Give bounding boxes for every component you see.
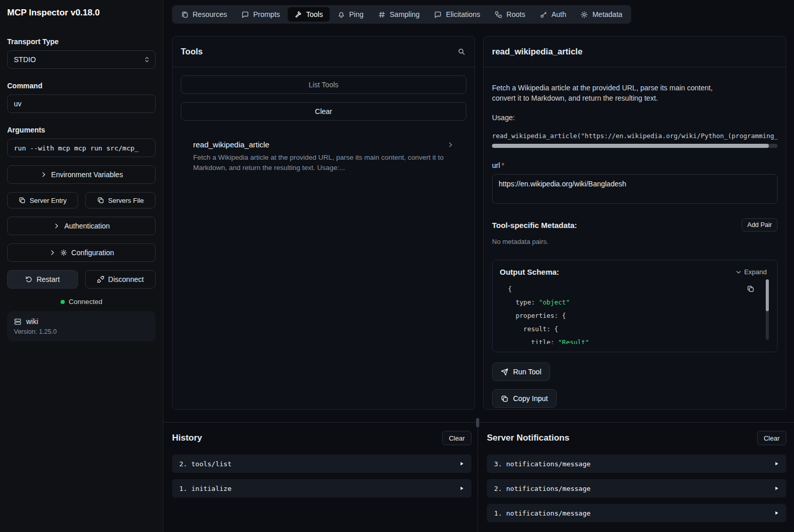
- tab-sampling[interactable]: Sampling: [371, 7, 426, 22]
- expand-schema-button[interactable]: Expand: [732, 268, 770, 276]
- tab-tools[interactable]: Tools: [288, 7, 330, 22]
- notification-item[interactable]: 3. notifications/message: [487, 454, 786, 473]
- code-string: "object": [539, 298, 570, 306]
- play-icon: [774, 486, 779, 491]
- tab-resources[interactable]: Resources: [174, 7, 234, 22]
- horizontal-scrollbar-thumb[interactable]: [492, 144, 769, 148]
- server-entry-label: Server Entry: [30, 197, 67, 204]
- authentication-button[interactable]: Authentication: [7, 217, 156, 235]
- server-icon: [14, 318, 22, 326]
- play-icon: [774, 510, 779, 516]
- schema-code-block: { type: "object" properties: { result: {…: [500, 279, 770, 344]
- notification-item-label: 1. notifications/message: [494, 509, 591, 517]
- restart-button[interactable]: Restart: [7, 270, 78, 289]
- server-entry-button[interactable]: Server Entry: [7, 192, 78, 208]
- server-notifications-panel: Server Notifications Clear 3. notificati…: [478, 423, 794, 532]
- chevron-right-icon: [447, 141, 454, 148]
- environment-variables-label: Environment Variables: [51, 170, 123, 179]
- gear-icon: [580, 11, 588, 18]
- tab-roots[interactable]: Roots: [488, 7, 532, 22]
- tool-detail-panel: read_wikipedia_article Fetch a Wikipedia…: [483, 36, 786, 410]
- url-input[interactable]: https://en.wikipedia.org/wiki/Bangladesh: [492, 174, 778, 204]
- arguments-input[interactable]: [7, 139, 156, 157]
- tab-ping[interactable]: Ping: [331, 7, 370, 22]
- history-item[interactable]: 2. tools/list: [172, 454, 471, 473]
- tab-label: Roots: [506, 10, 525, 18]
- notification-item[interactable]: 2. notifications/message: [487, 479, 786, 498]
- no-metadata-text: No metadata pairs.: [492, 238, 778, 245]
- tab-label: Metadata: [592, 10, 622, 18]
- workflow-icon: [495, 11, 502, 18]
- tab-elicitations[interactable]: Elicitations: [427, 7, 487, 22]
- arguments-label: Arguments: [7, 126, 156, 134]
- run-tool-button[interactable]: Run Tool: [492, 363, 550, 381]
- tool-list-item[interactable]: read_wikipedia_article Fetch a Wikipedia…: [181, 140, 466, 173]
- clear-notifications-button[interactable]: Clear: [757, 431, 786, 445]
- tab-label: Tools: [306, 10, 323, 18]
- tab-label: Auth: [552, 10, 566, 18]
- app-title: MCP Inspector v0.18.0: [7, 8, 156, 18]
- tab-label: Resources: [193, 10, 227, 18]
- configuration-label: Configuration: [71, 249, 114, 257]
- tab-label: Sampling: [390, 10, 420, 18]
- copy-icon: [18, 197, 26, 204]
- disconnect-button[interactable]: Disconnect: [85, 270, 156, 289]
- chevron-down-icon: [735, 269, 742, 275]
- command-input[interactable]: [7, 94, 156, 113]
- search-icon[interactable]: [457, 47, 466, 56]
- message-square-icon: [241, 11, 249, 18]
- restart-label: Restart: [36, 275, 60, 283]
- servers-file-label: Servers File: [108, 197, 144, 204]
- output-schema-label: Output Schema:: [500, 268, 559, 276]
- clear-tools-button[interactable]: Clear: [181, 102, 466, 121]
- copy-icon: [97, 197, 104, 204]
- servers-file-button[interactable]: Servers File: [85, 192, 156, 208]
- copy-schema-icon[interactable]: [744, 284, 758, 293]
- add-pair-button[interactable]: Add Pair: [742, 218, 778, 232]
- play-icon: [459, 461, 464, 466]
- vertical-scrollbar-thumb[interactable]: [766, 279, 769, 311]
- connection-status: Connected: [7, 298, 156, 306]
- copy-input-button[interactable]: Copy Input: [492, 389, 557, 408]
- tab-label: Elicitations: [446, 10, 480, 18]
- list-tools-button[interactable]: List Tools: [181, 75, 466, 94]
- environment-variables-button[interactable]: Environment Variables: [7, 165, 156, 184]
- disconnect-label: Disconnect: [108, 275, 144, 283]
- configuration-button[interactable]: Configuration: [7, 243, 156, 262]
- bottom-panels: History Clear 2. tools/list 1. initializ…: [163, 422, 794, 532]
- tab-auth[interactable]: Auth: [533, 7, 573, 22]
- clear-history-button[interactable]: Clear: [442, 431, 471, 445]
- tab-prompts[interactable]: Prompts: [235, 7, 287, 22]
- notification-item-label: 2. notifications/message: [494, 485, 591, 492]
- history-item-label: 2. tools/list: [179, 460, 232, 468]
- history-item[interactable]: 1. initialize: [172, 479, 471, 498]
- history-panel: History Clear 2. tools/list 1. initializ…: [163, 423, 478, 532]
- tool-description: Fetch a Wikipedia article at the provide…: [193, 153, 454, 173]
- tab-label: Prompts: [253, 10, 280, 18]
- tool-name: read_wikipedia_article: [193, 140, 269, 149]
- restart-icon: [25, 276, 32, 283]
- tools-panel-title: Tools: [181, 47, 203, 56]
- expand-label: Expand: [744, 268, 767, 276]
- url-field-label: url*: [492, 161, 778, 169]
- copy-icon: [501, 395, 508, 403]
- vertical-scrollbar: [766, 279, 769, 340]
- send-icon: [501, 368, 508, 376]
- usage-label: Usage:: [492, 113, 778, 122]
- chevron-up-down-icon: [143, 56, 150, 63]
- copy-input-label: Copy Input: [513, 394, 548, 403]
- transport-select[interactable]: STDIO: [7, 50, 156, 69]
- history-title: History: [172, 433, 202, 443]
- transport-type-label: Transport Type: [7, 37, 156, 46]
- notification-item[interactable]: 1. notifications/message: [487, 504, 786, 522]
- tab-metadata[interactable]: Metadata: [574, 7, 629, 22]
- sidebar: MCP Inspector v0.18.0 Transport Type STD…: [0, 0, 163, 532]
- resize-handle[interactable]: [476, 418, 479, 427]
- hammer-icon: [294, 11, 302, 18]
- chevron-right-icon: [53, 222, 60, 230]
- key-icon: [540, 11, 547, 18]
- chevron-right-icon: [49, 249, 56, 256]
- bell-icon: [337, 11, 345, 18]
- status-dot: [61, 300, 65, 304]
- transport-select-value: STDIO: [14, 55, 36, 64]
